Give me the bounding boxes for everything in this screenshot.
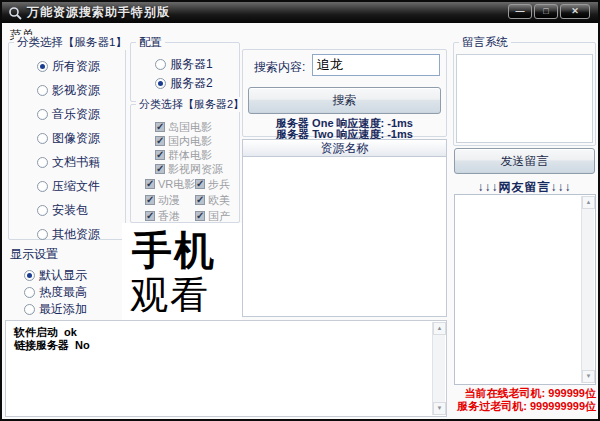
results-list[interactable]: 资源名称: [242, 139, 447, 317]
search-label: 搜索内容:: [254, 59, 305, 76]
checkbox-icon: [145, 195, 155, 205]
radio-icon: [24, 304, 35, 315]
radio-video-resources[interactable]: 影视资源: [37, 83, 125, 97]
send-message-label: 发送留言: [501, 153, 549, 170]
close-button[interactable]: ✕: [560, 4, 590, 19]
checkbox-icon: [195, 195, 205, 205]
radio-image-resources[interactable]: 图像资源: [37, 131, 125, 145]
radio-label: 默认显示: [39, 267, 87, 284]
scroll-up-icon[interactable]: ▲: [582, 196, 595, 209]
radio-label: 压缩文件: [52, 178, 100, 195]
radio-label: 其他资源: [52, 226, 100, 243]
checkbox-hongkong[interactable]: 香港: [145, 210, 195, 222]
checkbox-pair-row: 动漫 欧美: [145, 194, 239, 206]
checkbox-label: VR电影: [158, 177, 195, 192]
status-log-text: 软件启动 ok 链接服务器 No: [14, 326, 90, 352]
radio-hottest[interactable]: 热度最高: [24, 285, 87, 299]
radio-icon: [37, 205, 48, 216]
ad-text-line1: 手机: [132, 227, 242, 273]
friends-messages-box[interactable]: ▲ ▼: [454, 194, 596, 385]
send-message-button[interactable]: 发送留言: [454, 148, 595, 174]
radio-icon: [37, 85, 48, 96]
radio-icon: [155, 59, 166, 70]
radio-doc-resources[interactable]: 文档书籍: [37, 155, 125, 169]
checkbox-icon: [155, 164, 165, 174]
radio-music-resources[interactable]: 音乐资源: [37, 107, 125, 121]
checkbox-label: 动漫: [158, 193, 180, 208]
radio-label: 服务器2: [170, 75, 213, 92]
checkbox-western[interactable]: 欧美: [195, 194, 230, 206]
group-title: 留言系统: [459, 35, 511, 50]
checkbox-group-movies[interactable]: 群体电影: [155, 149, 239, 161]
maximize-icon: □: [543, 6, 548, 16]
group-title: 配置: [136, 35, 165, 50]
radio-recently-added[interactable]: 最近添加: [24, 302, 87, 316]
radio-icon: [37, 229, 48, 240]
mobile-watch-ad: 手机 观看: [122, 223, 242, 322]
radio-label: 音乐资源: [52, 106, 100, 123]
display-settings-options: 默认显示 热度最高 最近添加: [24, 268, 87, 316]
search-button[interactable]: 搜索: [248, 87, 441, 114]
maximize-button[interactable]: □: [534, 4, 558, 19]
radio-label: 图像资源: [52, 130, 100, 147]
status-log-box[interactable]: 软件启动 ok 链接服务器 No ▲ ▼: [5, 320, 447, 417]
checkbox-icon: [145, 211, 155, 221]
results-column-header[interactable]: 资源名称: [243, 140, 446, 157]
radio-label: 最近添加: [39, 301, 87, 318]
radio-icon: [37, 61, 48, 72]
checkbox-label: 国内电影: [168, 134, 212, 149]
radio-icon: [37, 109, 48, 120]
radio-label: 影视资源: [52, 82, 100, 99]
radio-icon: [24, 270, 35, 281]
title-bar: 万能资源搜索助手特别版 — □ ✕: [2, 2, 598, 23]
radio-archive-resources[interactable]: 压缩文件: [37, 179, 125, 193]
radio-all-resources[interactable]: 所有资源: [37, 59, 125, 73]
checkbox-island-movies[interactable]: 岛国电影: [155, 121, 239, 133]
group-title: 分类选择【服务器2】: [136, 97, 247, 112]
radio-server2[interactable]: 服务器2: [155, 76, 239, 90]
friends-scrollbar[interactable]: ▲ ▼: [581, 196, 594, 383]
search-input[interactable]: [312, 54, 440, 76]
checkbox-domestic-movies[interactable]: 国内电影: [155, 135, 239, 147]
radio-default-display[interactable]: 默认显示: [24, 268, 87, 282]
radio-other-resources[interactable]: 其他资源: [37, 227, 125, 241]
checkbox-label: 欧美: [208, 193, 230, 208]
checkbox-video-site-resources[interactable]: 影视网资源: [155, 163, 239, 175]
radio-label: 服务器1: [170, 56, 213, 73]
checkbox-bubing[interactable]: 步兵: [195, 178, 230, 190]
group-category-server2: 分类选择【服务器2】 岛国电影 国内电影 群体电影 影视网资源 VR电影 步兵: [130, 104, 240, 223]
group-category-server1: 分类选择【服务器1】 所有资源 影视资源 音乐资源 图像资源 文档书籍 压缩文件…: [8, 42, 126, 240]
checkbox-label: 香港: [158, 209, 180, 224]
magnifier-app-icon: [8, 6, 22, 20]
minimize-button[interactable]: —: [508, 4, 532, 19]
radio-icon: [37, 133, 48, 144]
close-icon: ✕: [571, 6, 579, 16]
radio-installer-resources[interactable]: 安装包: [37, 203, 125, 217]
radio-server1[interactable]: 服务器1: [155, 57, 239, 71]
radio-label: 所有资源: [52, 58, 100, 75]
group-title: 分类选择【服务器1】: [14, 35, 130, 50]
log-scrollbar[interactable]: ▲ ▼: [432, 322, 445, 415]
scroll-down-icon[interactable]: ▼: [582, 370, 595, 383]
ad-text-line2: 观看: [130, 273, 242, 317]
checkbox-guochan[interactable]: 国产: [195, 210, 230, 222]
group-message-system: 留言系统: [453, 42, 596, 146]
group-config: 配置 服务器1 服务器2: [130, 42, 240, 102]
checkbox-icon: [195, 211, 205, 221]
message-input-area[interactable]: [456, 54, 593, 143]
search-button-label: 搜索: [333, 92, 357, 109]
checkbox-icon: [155, 150, 165, 160]
radio-icon: [155, 78, 166, 89]
radio-label: 文档书籍: [52, 154, 100, 171]
driver-stats: 当前在线老司机: 999999位 服务过老司机: 999999999位: [448, 387, 598, 413]
checkbox-pair-row: 香港 国产: [145, 210, 239, 222]
scroll-up-icon[interactable]: ▲: [433, 322, 446, 335]
online-drivers-count: 当前在线老司机: 999999位: [448, 387, 596, 400]
checkbox-vr-movies[interactable]: VR电影: [145, 178, 195, 190]
radio-icon: [37, 181, 48, 192]
radio-label: 安装包: [52, 202, 88, 219]
checkbox-anime[interactable]: 动漫: [145, 194, 195, 206]
checkbox-icon: [145, 179, 155, 189]
scroll-down-icon[interactable]: ▼: [433, 402, 446, 415]
checkbox-icon: [195, 179, 205, 189]
